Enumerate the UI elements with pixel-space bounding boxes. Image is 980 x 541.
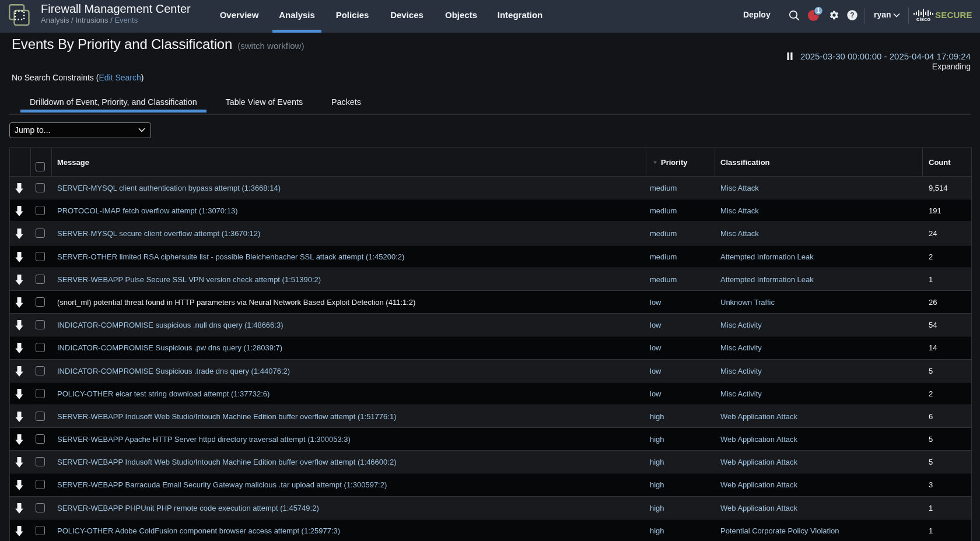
svg-text:1: 1: [817, 7, 820, 14]
svg-text:cisco: cisco: [916, 16, 930, 22]
svg-text:?: ?: [850, 11, 854, 19]
